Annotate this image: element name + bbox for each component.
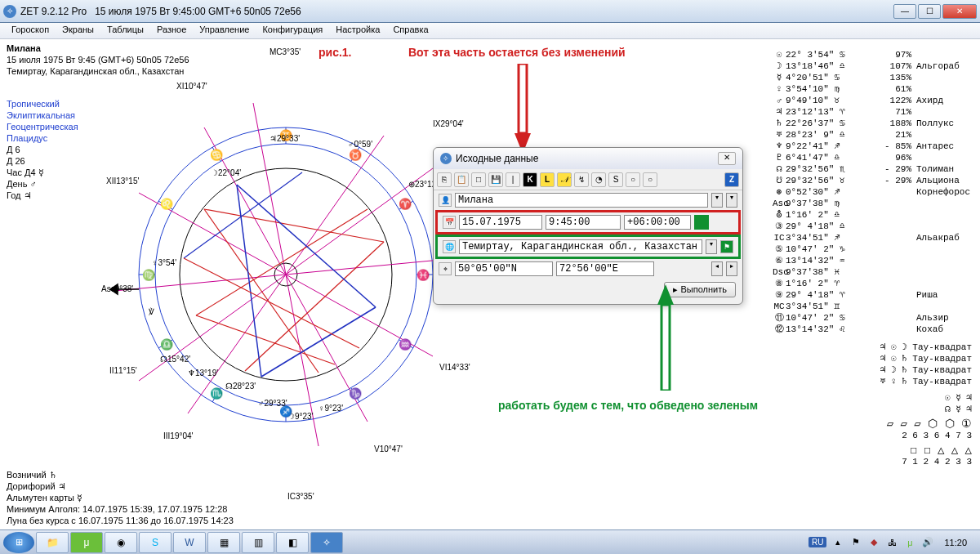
globe-icon[interactable]: 🌐 (443, 240, 456, 253)
task-explorer[interactable]: 📁 (36, 532, 69, 553)
planet-row: ♃23°12'13" ♈71% (773, 106, 972, 118)
coord-next[interactable]: ▸ (726, 261, 737, 276)
svg-line-23 (204, 209, 318, 373)
task-skype[interactable]: S (139, 532, 172, 553)
titlebar-text: ZET 9.2.12 Pro 15 июля 1975 Вт 9:45:00 G… (20, 6, 893, 17)
planet-row: ♀ 3°54'10" ♍61% (773, 83, 972, 95)
tb-paste-icon[interactable]: 📋 (454, 172, 469, 187)
dialog-icon: ✧ (440, 153, 452, 164)
task-utorrent[interactable]: μ (70, 532, 103, 553)
planet-row: ⛢ 1°16' 2" ♎ (773, 209, 972, 221)
name-dd[interactable]: ▾ (711, 193, 723, 208)
tb-o2-icon[interactable]: ○ (643, 172, 657, 187)
date-input[interactable] (459, 215, 542, 230)
tb-new-icon[interactable]: □ (471, 172, 486, 187)
person-icon[interactable]: 👤 (439, 194, 452, 207)
dialog-place-row: 🌐 ▾ ⚑ (435, 235, 741, 259)
svg-text:♒: ♒ (399, 337, 412, 351)
name-dd2[interactable]: ▾ (726, 193, 737, 208)
coord-prev[interactable]: ◂ (711, 261, 723, 276)
task-word[interactable]: W (173, 532, 206, 553)
task-app1[interactable]: ▦ (207, 532, 240, 553)
planets-table: ☉22° 3'54" ♋97%☽13°18'46" ♎107%Альгораб☿… (773, 49, 972, 467)
close-button[interactable]: ✕ (942, 4, 977, 19)
tb-s-icon[interactable]: S (608, 172, 623, 187)
tray-up-icon[interactable]: ▴ (831, 536, 844, 549)
lbl-rahu: ☊15°42' (160, 355, 190, 364)
task-app2[interactable]: ▥ (242, 532, 274, 553)
lbl-vp: ℣ (149, 307, 154, 316)
menubar: Гороскоп Экраны Таблицы Разное Управлени… (0, 23, 980, 39)
dialog-titlebar[interactable]: ✧ Исходные данные ✕ (434, 148, 742, 169)
place-dd[interactable]: ▾ (706, 239, 717, 254)
planet-row: ☽13°18'46" ♎107%Альгораб (773, 60, 972, 72)
tz-input[interactable] (624, 215, 691, 230)
dialog-toolbar: ⎘ 📋 □ 💾 | K L 𝒩 ↯ ◔ S ○ ○ Z (434, 169, 742, 190)
lon-input[interactable] (556, 261, 654, 276)
execute-button[interactable]: ▸ Выполнить (664, 282, 736, 297)
menu-misc[interactable]: Разное (150, 23, 193, 38)
menu-tables[interactable]: Таблицы (100, 23, 150, 38)
svg-text:♑: ♑ (349, 386, 363, 400)
time-input[interactable] (546, 215, 621, 230)
maximize-button[interactable]: ☐ (918, 4, 941, 19)
lbl-mc: MC3°35' (270, 47, 301, 56)
svg-rect-49 (662, 305, 670, 391)
tb-save-icon[interactable]: 💾 (488, 172, 503, 187)
natal-chart[interactable]: ♊♉♈ ♓♒♑ ♐♏♎ ♍♌♋ MC3°35' XI10°47' IX29°04… (106, 46, 466, 503)
lbl-nep: ♆13°19' (188, 369, 218, 378)
tb-k-icon[interactable]: K (523, 172, 537, 187)
tb-now-icon[interactable]: ◔ (591, 172, 606, 187)
planet-row: ⑥13°14'32" ♒ (773, 255, 972, 266)
lbl-moon2: ☽9°23' (287, 412, 314, 421)
start-button[interactable]: ⊞ (3, 532, 34, 553)
lbl-venus: ♀3°54' (152, 258, 176, 267)
tz-color[interactable] (694, 215, 709, 230)
source-data-dialog[interactable]: ✧ Исходные данные ✕ ⎘ 📋 □ 💾 | K L 𝒩 ↯ ◔ … (433, 147, 743, 305)
tray-shield-icon[interactable]: ⚑ (849, 536, 862, 549)
system-tray: RU ▴ ⚑ ◆ 🖧 μ 🔊 11:20 (808, 536, 977, 549)
menu-help[interactable]: Справка (386, 23, 434, 38)
task-chrome[interactable]: ◉ (105, 532, 137, 553)
titlebar: ✧ ZET 9.2.12 Pro 15 июля 1975 Вт 9:45:00… (0, 0, 980, 23)
tb-divider: | (506, 172, 520, 187)
tb-l-icon[interactable]: L (540, 172, 555, 187)
svg-line-24 (245, 242, 384, 371)
place-input[interactable] (459, 239, 702, 254)
tb-wand-icon[interactable]: ↯ (574, 172, 589, 187)
tray-network-icon[interactable]: 🖧 (885, 536, 898, 549)
menu-screens[interactable]: Экраны (56, 23, 100, 38)
planet-row: ⑨29° 4'18" ♈Риша (773, 289, 972, 301)
tb-copy-icon[interactable]: ⎘ (437, 172, 452, 187)
dialog-close-button[interactable]: ✕ (718, 152, 736, 165)
clock[interactable]: 11:20 (939, 538, 972, 547)
svg-line-30 (184, 172, 302, 258)
tb-o1-icon[interactable]: ○ (626, 172, 640, 187)
menu-config[interactable]: Конфигурация (256, 23, 329, 38)
menu-horoscope[interactable]: Гороскоп (5, 23, 56, 38)
lbl-mars2: ♂29°33' (258, 399, 287, 408)
lbl-ven2: ♀9°23' (318, 404, 343, 413)
planet-row: MC 3°34'51" ♊ (773, 301, 972, 312)
coord-icon[interactable]: ⌖ (439, 262, 452, 275)
tb-z-icon[interactable]: Z (724, 172, 739, 187)
task-zet[interactable]: ✧ (310, 532, 343, 553)
tb-n-icon[interactable]: 𝒩 (557, 172, 572, 187)
menu-control[interactable]: Управление (193, 23, 256, 38)
tray-adobe-icon[interactable]: ◆ (867, 536, 880, 549)
menu-settings[interactable]: Настройка (329, 23, 386, 38)
planet-row: ⑫13°14'32" ♌Кохаб (773, 324, 972, 335)
svg-text:♎: ♎ (160, 337, 174, 351)
tray-ut-icon[interactable]: μ (903, 536, 916, 549)
annotation-green: работать будем с тем, что обведено зелен… (498, 399, 758, 412)
calendar-icon[interactable]: 📅 (443, 216, 456, 229)
name-input[interactable] (455, 193, 708, 208)
lbl-moon: ☽22°04' (211, 168, 241, 177)
lat-input[interactable] (455, 261, 553, 276)
map-icon[interactable]: ⚑ (720, 240, 733, 253)
lbl-mars3: ♂0°59' (348, 140, 372, 149)
tray-vol-icon[interactable]: 🔊 (921, 536, 934, 549)
task-app3[interactable]: ◧ (276, 532, 309, 553)
language-indicator[interactable]: RU (808, 537, 826, 547)
minimize-button[interactable]: — (893, 4, 916, 19)
